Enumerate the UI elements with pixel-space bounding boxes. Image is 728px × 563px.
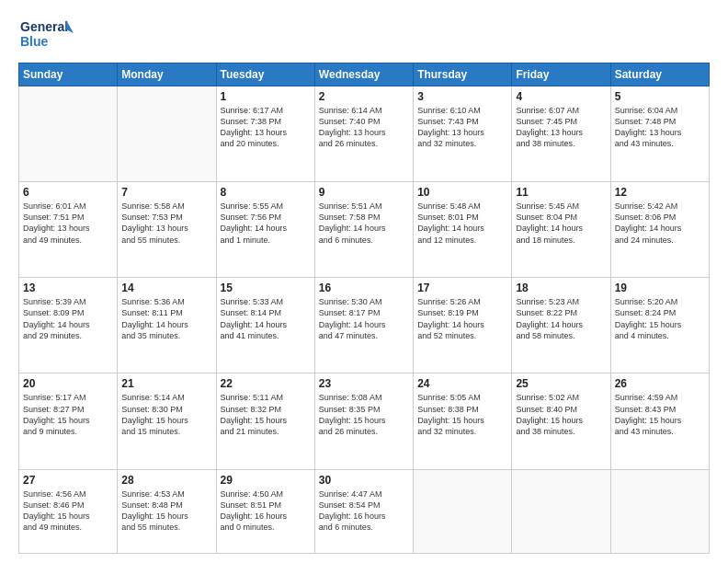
- calendar-header-row: Sunday Monday Tuesday Wednesday Thursday…: [19, 63, 710, 86]
- day-number: 10: [417, 186, 507, 199]
- table-row: 24Sunrise: 5:05 AMSunset: 8:38 PMDayligh…: [414, 373, 512, 469]
- day-info: Sunrise: 5:14 AMSunset: 8:30 PMDaylight:…: [121, 392, 211, 437]
- day-number: 27: [23, 474, 113, 487]
- day-number: 22: [221, 377, 311, 390]
- day-number: 1: [221, 90, 311, 103]
- day-info: Sunrise: 6:10 AMSunset: 7:43 PMDaylight:…: [417, 105, 507, 150]
- day-info: Sunrise: 4:47 AMSunset: 8:54 PMDaylight:…: [319, 488, 409, 534]
- day-info: Sunrise: 5:20 AMSunset: 8:24 PMDaylight:…: [615, 296, 705, 341]
- day-number: 12: [615, 186, 705, 199]
- calendar-table: Sunday Monday Tuesday Wednesday Thursday…: [18, 63, 710, 554]
- day-info: Sunrise: 5:33 AMSunset: 8:14 PMDaylight:…: [221, 296, 311, 341]
- table-row: 25Sunrise: 5:02 AMSunset: 8:40 PMDayligh…: [512, 373, 610, 469]
- day-info: Sunrise: 6:01 AMSunset: 7:51 PMDaylight:…: [23, 201, 113, 246]
- day-number: 5: [615, 90, 705, 103]
- table-row: 27Sunrise: 4:56 AMSunset: 8:46 PMDayligh…: [19, 469, 118, 554]
- table-row: 1Sunrise: 6:17 AMSunset: 7:38 PMDaylight…: [216, 86, 314, 182]
- day-number: 15: [221, 282, 311, 294]
- day-info: Sunrise: 5:51 AMSunset: 7:58 PMDaylight:…: [319, 201, 409, 246]
- table-row: 23Sunrise: 5:08 AMSunset: 8:35 PMDayligh…: [314, 373, 413, 469]
- day-info: Sunrise: 6:04 AMSunset: 7:48 PMDaylight:…: [615, 105, 705, 150]
- table-row: 6Sunrise: 6:01 AMSunset: 7:51 PMDaylight…: [19, 182, 118, 278]
- day-number: 13: [23, 282, 113, 294]
- day-info: Sunrise: 5:08 AMSunset: 8:35 PMDaylight:…: [319, 392, 409, 437]
- table-row: 7Sunrise: 5:58 AMSunset: 7:53 PMDaylight…: [118, 182, 216, 278]
- day-info: Sunrise: 5:05 AMSunset: 8:38 PMDaylight:…: [417, 392, 507, 437]
- col-saturday: Saturday: [610, 63, 709, 86]
- day-number: 20: [23, 377, 113, 390]
- day-info: Sunrise: 4:50 AMSunset: 8:51 PMDaylight:…: [221, 488, 311, 534]
- page: General Blue Sunday Monday Tuesday Wedne…: [0, 0, 728, 563]
- logo-svg: General Blue: [18, 15, 74, 55]
- day-number: 21: [121, 377, 211, 390]
- table-row: [118, 86, 216, 182]
- col-tuesday: Tuesday: [216, 63, 314, 86]
- table-row: 8Sunrise: 5:55 AMSunset: 7:56 PMDaylight…: [216, 182, 314, 278]
- table-row: 4Sunrise: 6:07 AMSunset: 7:45 PMDaylight…: [512, 86, 610, 182]
- day-number: 30: [319, 474, 409, 487]
- table-row: [610, 469, 709, 554]
- day-number: 19: [615, 282, 705, 294]
- col-friday: Friday: [512, 63, 610, 86]
- table-row: 22Sunrise: 5:11 AMSunset: 8:32 PMDayligh…: [216, 373, 314, 469]
- day-number: 7: [121, 186, 211, 199]
- col-thursday: Thursday: [414, 63, 512, 86]
- day-number: 17: [417, 282, 507, 294]
- table-row: 10Sunrise: 5:48 AMSunset: 8:01 PMDayligh…: [414, 182, 512, 278]
- table-row: 30Sunrise: 4:47 AMSunset: 8:54 PMDayligh…: [314, 469, 413, 554]
- day-info: Sunrise: 4:53 AMSunset: 8:48 PMDaylight:…: [121, 488, 211, 534]
- day-number: 28: [121, 474, 211, 487]
- header: General Blue: [18, 15, 710, 55]
- table-row: [414, 469, 512, 554]
- table-row: 9Sunrise: 5:51 AMSunset: 7:58 PMDaylight…: [314, 182, 413, 278]
- day-number: 2: [319, 90, 409, 103]
- table-row: 17Sunrise: 5:26 AMSunset: 8:19 PMDayligh…: [414, 278, 512, 373]
- col-monday: Monday: [118, 63, 216, 86]
- day-info: Sunrise: 5:02 AMSunset: 8:40 PMDaylight:…: [516, 392, 606, 437]
- day-info: Sunrise: 6:14 AMSunset: 7:40 PMDaylight:…: [319, 105, 409, 150]
- day-number: 6: [23, 186, 113, 199]
- svg-text:General: General: [20, 19, 68, 34]
- day-number: 16: [319, 282, 409, 294]
- table-row: 15Sunrise: 5:33 AMSunset: 8:14 PMDayligh…: [216, 278, 314, 373]
- table-row: 13Sunrise: 5:39 AMSunset: 8:09 PMDayligh…: [19, 278, 118, 373]
- table-row: 16Sunrise: 5:30 AMSunset: 8:17 PMDayligh…: [314, 278, 413, 373]
- day-info: Sunrise: 6:17 AMSunset: 7:38 PMDaylight:…: [221, 105, 311, 150]
- table-row: 14Sunrise: 5:36 AMSunset: 8:11 PMDayligh…: [118, 278, 216, 373]
- col-sunday: Sunday: [19, 63, 118, 86]
- day-info: Sunrise: 5:30 AMSunset: 8:17 PMDaylight:…: [319, 296, 409, 341]
- day-number: 24: [417, 377, 507, 390]
- day-info: Sunrise: 6:07 AMSunset: 7:45 PMDaylight:…: [516, 105, 606, 150]
- table-row: [19, 86, 118, 182]
- table-row: 5Sunrise: 6:04 AMSunset: 7:48 PMDaylight…: [610, 86, 709, 182]
- table-row: 21Sunrise: 5:14 AMSunset: 8:30 PMDayligh…: [118, 373, 216, 469]
- table-row: 18Sunrise: 5:23 AMSunset: 8:22 PMDayligh…: [512, 278, 610, 373]
- day-number: 26: [615, 377, 705, 390]
- day-info: Sunrise: 4:56 AMSunset: 8:46 PMDaylight:…: [23, 488, 113, 534]
- day-number: 25: [516, 377, 606, 390]
- table-row: 11Sunrise: 5:45 AMSunset: 8:04 PMDayligh…: [512, 182, 610, 278]
- day-info: Sunrise: 5:26 AMSunset: 8:19 PMDaylight:…: [417, 296, 507, 341]
- day-info: Sunrise: 5:11 AMSunset: 8:32 PMDaylight:…: [221, 392, 311, 437]
- table-row: 26Sunrise: 4:59 AMSunset: 8:43 PMDayligh…: [610, 373, 709, 469]
- table-row: 19Sunrise: 5:20 AMSunset: 8:24 PMDayligh…: [610, 278, 709, 373]
- col-wednesday: Wednesday: [314, 63, 413, 86]
- day-info: Sunrise: 5:42 AMSunset: 8:06 PMDaylight:…: [615, 201, 705, 246]
- day-number: 18: [516, 282, 606, 294]
- day-info: Sunrise: 4:59 AMSunset: 8:43 PMDaylight:…: [615, 392, 705, 437]
- day-info: Sunrise: 5:58 AMSunset: 7:53 PMDaylight:…: [121, 201, 211, 246]
- day-info: Sunrise: 5:23 AMSunset: 8:22 PMDaylight:…: [516, 296, 606, 341]
- day-number: 8: [221, 186, 311, 199]
- day-info: Sunrise: 5:48 AMSunset: 8:01 PMDaylight:…: [417, 201, 507, 246]
- svg-text:Blue: Blue: [20, 34, 49, 49]
- table-row: 3Sunrise: 6:10 AMSunset: 7:43 PMDaylight…: [414, 86, 512, 182]
- table-row: [512, 469, 610, 554]
- day-number: 29: [221, 474, 311, 487]
- logo: General Blue: [18, 15, 74, 55]
- day-info: Sunrise: 5:17 AMSunset: 8:27 PMDaylight:…: [23, 392, 113, 437]
- table-row: 2Sunrise: 6:14 AMSunset: 7:40 PMDaylight…: [314, 86, 413, 182]
- table-row: 28Sunrise: 4:53 AMSunset: 8:48 PMDayligh…: [118, 469, 216, 554]
- day-number: 9: [319, 186, 409, 199]
- table-row: 20Sunrise: 5:17 AMSunset: 8:27 PMDayligh…: [19, 373, 118, 469]
- day-number: 23: [319, 377, 409, 390]
